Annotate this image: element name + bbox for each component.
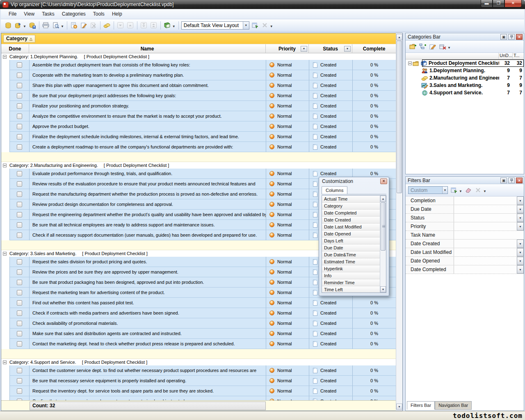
column-option[interactable]: Date Opened: [322, 231, 380, 237]
tab-navigation-bar[interactable]: Navigation Bar: [435, 401, 472, 410]
category-group-row[interactable]: Category: 4.Support and Service.[ Produc…: [1, 359, 396, 365]
delete-layout-button[interactable]: [260, 21, 270, 30]
menu-categories[interactable]: Categories: [58, 9, 89, 18]
task-checkbox[interactable]: [17, 233, 22, 238]
column-option[interactable]: Hyperlink: [322, 265, 380, 272]
tree-root-item[interactable]: Product Deployment Checklist3232: [406, 59, 524, 67]
task-checkbox[interactable]: [17, 290, 22, 295]
filter-value-field[interactable]: [454, 222, 517, 231]
task-checkbox[interactable]: [17, 114, 22, 119]
task-name-cell[interactable]: Review product design documentation for …: [29, 199, 266, 210]
task-checkbox[interactable]: [17, 212, 22, 217]
scroll-up-button[interactable]: ▲: [396, 34, 402, 40]
status-filter-button[interactable]: ▼: [344, 46, 351, 52]
filters-toolbar-caret[interactable]: ▼: [483, 189, 486, 193]
customization-close-button[interactable]: ✕: [380, 178, 387, 184]
filter-dropdown-button[interactable]: ▼: [517, 205, 524, 213]
task-checkbox[interactable]: [17, 192, 22, 197]
save-database-button[interactable]: [27, 21, 37, 30]
filter-value-field[interactable]: [454, 231, 524, 239]
tab-filters-bar[interactable]: Filters Bar: [407, 401, 435, 410]
menu-view[interactable]: View: [20, 9, 38, 18]
filters-bar-header[interactable]: Filters Bar ▣ ✕: [406, 177, 524, 184]
category-group-row[interactable]: Category: 1.Deployment Planning.[ Produc…: [1, 53, 396, 60]
print-button[interactable]: [41, 21, 51, 30]
filter-dropdown-button[interactable]: ▼: [517, 265, 524, 274]
task-row[interactable]: Approve the product budget.NormalCreated…: [1, 121, 396, 132]
task-row[interactable]: Finalize your positioning and promotion …: [1, 101, 396, 111]
new-task-button[interactable]: [69, 21, 79, 30]
task-row[interactable]: Make sure that sales and distribution ag…: [1, 329, 396, 339]
collapse-icon[interactable]: [3, 361, 7, 364]
task-row[interactable]: Check if contracts with media partners a…: [1, 308, 396, 318]
task-name-cell[interactable]: Contact the customer service dept. to fi…: [29, 365, 266, 376]
task-row[interactable]: Check availability of promotional materi…: [1, 318, 396, 329]
filter-dropdown-button[interactable]: ▼: [517, 196, 524, 205]
column-option[interactable]: Category: [322, 203, 380, 210]
task-name-cell[interactable]: Be sure that all technical employees are…: [29, 220, 266, 230]
task-checkbox[interactable]: [17, 388, 22, 394]
filter-value-field[interactable]: [454, 265, 517, 274]
task-name-cell[interactable]: Contact the marketing dept. head to chec…: [29, 339, 266, 349]
collapse-icon[interactable]: [3, 252, 7, 256]
delete-filter-button[interactable]: [473, 185, 483, 195]
column-option[interactable]: Date Created: [322, 217, 380, 224]
task-row[interactable]: Cooperate with the marketing team to dev…: [1, 70, 396, 80]
task-checkbox[interactable]: [17, 269, 22, 275]
categories-bar-header[interactable]: Categories Bar ▣ ✕: [406, 33, 524, 41]
column-option[interactable]: Info: [322, 272, 380, 279]
clear-filter-button[interactable]: [463, 185, 473, 195]
edit-category-button[interactable]: [428, 42, 438, 52]
task-checkbox[interactable]: [17, 331, 22, 336]
move-top-button[interactable]: [149, 21, 159, 30]
filter-dropdown-button[interactable]: ▼: [517, 222, 524, 231]
task-name-cell[interactable]: Assemble the product deployment team tha…: [29, 60, 266, 70]
categories-pin-button[interactable]: [508, 34, 515, 40]
priority-filter-button[interactable]: ▼: [301, 46, 307, 52]
task-name-cell[interactable]: Request the manufacturing department whe…: [29, 189, 266, 199]
print-caret[interactable]: ▼: [61, 25, 64, 28]
column-option[interactable]: Actual Time: [322, 196, 380, 203]
task-name-cell[interactable]: Make sure that sales and distribution ag…: [29, 329, 266, 339]
column-option[interactable]: Reminder Time: [322, 279, 380, 286]
task-checkbox[interactable]: [17, 300, 22, 306]
task-checkbox[interactable]: [17, 93, 22, 98]
task-name-cell[interactable]: Be sure that your deployment project add…: [29, 91, 266, 101]
column-header-priority[interactable]: Priority ▼: [266, 44, 309, 53]
task-name-cell[interactable]: Check if all necessary support documenta…: [29, 230, 266, 240]
apply-layout-button[interactable]: [250, 21, 260, 30]
group-by-category-button[interactable]: Category△: [3, 35, 35, 43]
column-option[interactable]: Estimated Time: [322, 258, 380, 265]
tree-category-item[interactable]: 3.Sales and Marketing.99: [406, 82, 524, 89]
customization-dialog[interactable]: Customization ✕ Columns Actual TimeCateg…: [319, 177, 389, 296]
task-row[interactable]: Be sure that your deployment project add…: [1, 91, 396, 101]
filter-dropdown-button[interactable]: ▼: [517, 240, 524, 248]
tree-category-item[interactable]: 1.Deployment Planning.99: [406, 67, 524, 74]
task-row[interactable]: Find out whether this content has passed…: [1, 298, 396, 308]
filter-preset-arrow[interactable]: ▼: [442, 187, 447, 194]
menu-help[interactable]: Help: [108, 9, 126, 18]
task-row[interactable]: Contact the marketing dept. head to chec…: [1, 339, 396, 349]
edit-task-button[interactable]: [79, 21, 89, 30]
task-name-cell[interactable]: Finalize your positioning and promotion …: [29, 101, 266, 111]
move-bottom-button[interactable]: [139, 21, 149, 30]
task-checkbox[interactable]: [17, 280, 22, 285]
task-name-cell[interactable]: Check availability of promotional materi…: [29, 318, 266, 329]
categories-restore-button[interactable]: ▣: [500, 34, 507, 40]
new-category-button[interactable]: [408, 42, 418, 52]
task-checkbox[interactable]: [17, 222, 22, 228]
task-name-cell[interactable]: Be sure that product packaging has been …: [29, 277, 266, 288]
tree-col-undone[interactable]: UnD...: [498, 53, 512, 59]
task-name-cell[interactable]: Request the engineering department wheth…: [29, 210, 266, 220]
task-row[interactable]: Request the inventory dept. for service …: [1, 386, 396, 396]
open-database-button[interactable]: [13, 21, 23, 30]
task-checkbox[interactable]: [17, 134, 22, 139]
task-checkbox[interactable]: [17, 341, 22, 347]
column-option[interactable]: Date Last Modified: [322, 224, 380, 231]
task-name-cell[interactable]: Analyze the competitive environment to e…: [29, 111, 266, 121]
new-database-button[interactable]: [3, 21, 13, 30]
task-checkbox[interactable]: [17, 124, 22, 129]
task-row[interactable]: Analyze the competitive environment to e…: [1, 111, 396, 121]
notes-caret[interactable]: ▼: [172, 25, 176, 28]
task-checkbox[interactable]: [17, 144, 22, 150]
